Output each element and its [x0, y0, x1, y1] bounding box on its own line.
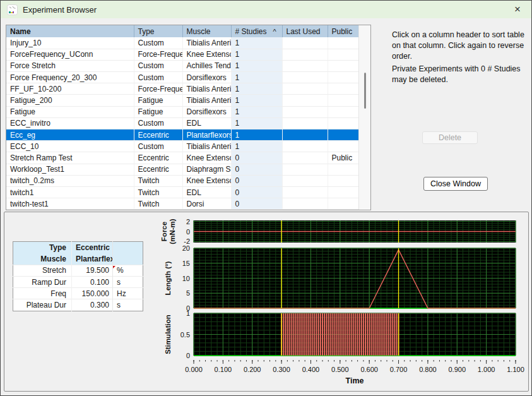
column-header-last-used[interactable]: Last Used: [282, 25, 328, 37]
table-row[interactable]: Stretch Ramp TestEccentricKnee Extensors…: [6, 152, 358, 164]
svg-text:0.500: 0.500: [331, 366, 349, 373]
column-header-muscle[interactable]: Muscle: [182, 25, 231, 37]
svg-text:0.800: 0.800: [419, 366, 437, 373]
table-cell: Public: [328, 152, 358, 164]
table-cell: [282, 141, 328, 152]
table-cell: Knee Extensors: [182, 49, 231, 60]
table-cell: Fatigue: [134, 106, 182, 117]
table-row[interactable]: ECC_10CustomTibialis Anterior1: [6, 141, 358, 152]
column-header-name[interactable]: Name: [6, 25, 134, 37]
table-row[interactable]: Workloop_Test1EccentricDiaphragm Strip0: [6, 164, 358, 175]
table-row[interactable]: twitch1TwitchEDL0: [6, 186, 358, 198]
svg-text:5: 5: [186, 289, 190, 297]
svg-text:0.000: 0.000: [185, 366, 203, 373]
table-cell: [282, 152, 328, 164]
table-cell: 0: [231, 164, 282, 175]
red-corner-marker: [113, 266, 115, 268]
table-row[interactable]: FatigueFatigueDorsiflexors1: [6, 106, 358, 117]
table-row[interactable]: ECC_invitroCustomEDL1: [6, 117, 358, 129]
table-cell: Tibialis Anterior: [182, 83, 231, 95]
column-header-public[interactable]: Public: [328, 25, 358, 37]
table-row[interactable]: Injury_10CustomTibialis Anterior1: [6, 37, 358, 49]
table-cell: [328, 198, 358, 210]
table-cell: Dorsiflexors: [182, 106, 231, 117]
table-cell: 1: [231, 60, 282, 71]
table-cell: twitch1: [6, 186, 134, 198]
table-row[interactable]: Fatigue_200FatigueTibialis Anterior1: [6, 95, 358, 106]
table-cell: 1: [231, 72, 282, 83]
close-icon[interactable]: ×: [504, 1, 531, 18]
table-cell: Fatigue_200: [6, 95, 134, 106]
table-cell: Tibialis Anterior: [182, 37, 231, 49]
table-cell: Custom: [134, 72, 182, 83]
table-cell: EDL: [182, 186, 231, 198]
table-row[interactable]: Force Frequency_20_300CustomDorsiflexors…: [6, 72, 358, 83]
table-cell: twitch_0.2ms: [6, 175, 134, 186]
table-cell: [282, 106, 328, 117]
vertical-scrollbar[interactable]: [358, 25, 370, 210]
svg-text:0.700: 0.700: [390, 366, 408, 373]
table-cell: [282, 117, 328, 129]
table-row[interactable]: FF_UF_10-200Force-FrequencyTibialis Ante…: [6, 83, 358, 95]
param-row: Plateau Dur0.300s: [13, 299, 143, 311]
table-cell: Custom: [134, 60, 182, 71]
table-cell: [282, 175, 328, 186]
svg-text:15: 15: [182, 260, 190, 267]
param-row: Ramp Dur0.100s: [13, 276, 143, 287]
app-icon: [7, 4, 18, 15]
table-cell: EDL: [182, 117, 231, 129]
table-cell: 1: [231, 141, 282, 152]
column-header--studies[interactable]: # Studies^: [231, 25, 282, 37]
table-cell: Tibialis Anterior: [182, 95, 231, 106]
table-row[interactable]: twitch-test1TwitchDorsi0: [6, 198, 358, 210]
table-cell: [328, 49, 358, 60]
param-value: 19.500: [72, 265, 113, 276]
table-cell: Eccentric: [134, 164, 182, 175]
window-title: Experiment Browser: [23, 5, 97, 15]
close-window-button[interactable]: Close Window: [423, 177, 488, 191]
param-unit: %: [113, 265, 143, 276]
column-header-type[interactable]: Type: [134, 25, 182, 37]
svg-text:Time: Time: [346, 376, 364, 385]
param-value: Plantarflexors: [72, 253, 113, 265]
table-cell: Achilles Tendon: [182, 60, 231, 71]
svg-text:0: 0: [186, 352, 190, 359]
param-row: Stretch19.500%: [13, 265, 143, 276]
table-row[interactable]: Ecc_egEccentricPlantarflexors1: [6, 129, 358, 141]
svg-text:0.600: 0.600: [360, 366, 378, 373]
param-row: TypeEccentric: [13, 242, 143, 253]
delete-button[interactable]: Delete: [422, 131, 478, 144]
table-cell: Force-Frequency: [134, 83, 182, 95]
table-cell: Twitch: [134, 198, 182, 210]
table-cell: [328, 60, 358, 71]
table-cell: [282, 164, 328, 175]
param-unit: [113, 253, 143, 265]
table-cell: [282, 129, 328, 141]
table-cell: Dorsiflexors: [182, 72, 231, 83]
svg-text:1: 1: [186, 309, 190, 317]
table-cell: [328, 72, 358, 83]
table-cell: Plantarflexors: [182, 129, 231, 141]
table-cell: [282, 37, 328, 49]
table-row[interactable]: twitch_0.2msTwitchKnee Extensors0: [6, 175, 358, 186]
table-cell: ECC_10: [6, 141, 134, 152]
table-row[interactable]: ForceFrequency_UConnForce-FrequencyKnee …: [6, 49, 358, 60]
table-cell: Ecc_eg: [6, 129, 134, 141]
table-cell: [282, 83, 328, 95]
sort-ascending-indicator: ^: [273, 28, 276, 35]
param-value: 150.000: [72, 288, 113, 299]
table-cell: [328, 106, 358, 117]
svg-text:1.000: 1.000: [478, 366, 495, 373]
titlebar: Experiment Browser ×: [1, 1, 531, 18]
table-cell: [328, 186, 358, 198]
table-row[interactable]: Force StretchCustomAchilles Tendon1: [6, 60, 358, 71]
param-label: Muscle: [13, 253, 72, 265]
window: Experiment Browser × NameTypeMuscle# Stu…: [0, 0, 532, 396]
table-cell: 0: [231, 186, 282, 198]
svg-text:(mN-m): (mN-m): [168, 219, 176, 244]
table-cell: 1: [231, 117, 282, 129]
table-cell: Dorsi: [182, 198, 231, 210]
table-cell: FF_UF_10-200: [6, 83, 134, 95]
scrollbar-thumb[interactable]: [364, 73, 366, 109]
table-cell: Diaphragm Strip: [182, 164, 231, 175]
